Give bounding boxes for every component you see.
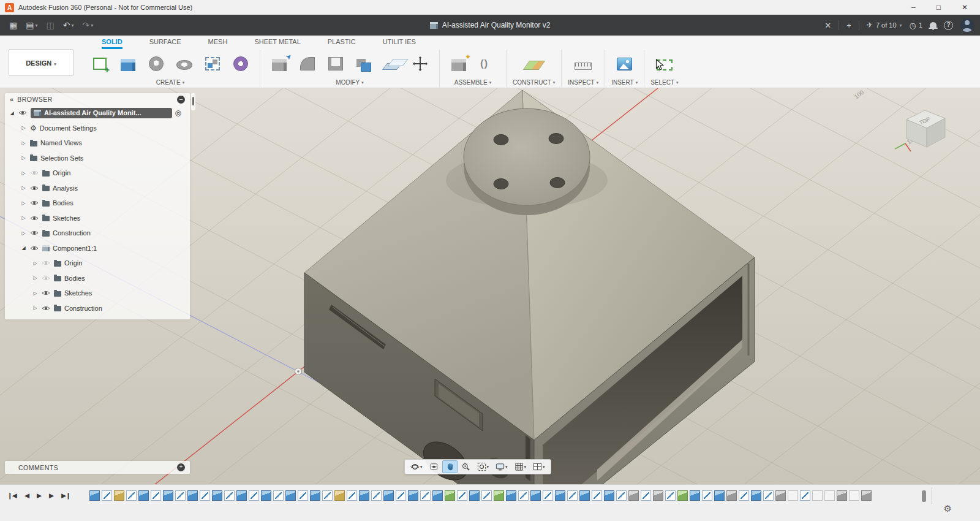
group-dropdown-insert[interactable]: INSERT▾	[611, 78, 638, 87]
orbit-button[interactable]: ▾	[407, 460, 426, 473]
job-status-button[interactable]: ✈ 7 of 10 ▾	[867, 21, 902, 29]
browser-minimize-icon[interactable]	[177, 96, 185, 104]
expand-arrow-icon[interactable]: ▷	[20, 155, 27, 161]
app-grid-button[interactable]: ▦	[6, 19, 20, 31]
browser-collapse-icon[interactable]: «	[10, 96, 13, 103]
expand-arrow-icon[interactable]: ◢	[20, 245, 27, 251]
timeline-feature-15-extrude[interactable]	[261, 490, 271, 501]
display-settings-button[interactable]: ▾	[492, 460, 511, 473]
save-button[interactable]: ◫	[43, 19, 57, 31]
expand-arrow-icon[interactable]: ▷	[32, 305, 39, 311]
tab-sheet-metal[interactable]: SHEET METAL	[254, 38, 300, 49]
redo-button[interactable]: ↷▾	[79, 19, 96, 31]
offset-plane-tool-button[interactable]	[379, 50, 405, 78]
insert-image-tool-button[interactable]	[612, 50, 638, 78]
timeline-feature-4-sketch[interactable]	[126, 490, 137, 501]
move-tool-button[interactable]	[407, 50, 433, 78]
skip-end-button[interactable]: ▶❙	[61, 492, 70, 499]
look-at-button[interactable]	[426, 460, 442, 473]
timeline-feature-14-sketch[interactable]	[249, 490, 259, 501]
fillet-tool-button[interactable]	[295, 50, 320, 78]
pan-hand-button[interactable]	[442, 460, 458, 473]
undo-button[interactable]: ↶▾	[60, 19, 77, 31]
viewports-button[interactable]: ▾	[530, 460, 548, 473]
visibility-eye-icon[interactable]	[30, 184, 39, 192]
joint-tool-button[interactable]	[474, 50, 500, 78]
cylinder-top-face[interactable]	[464, 108, 590, 205]
timeline-feature-56-sketch[interactable]	[763, 490, 774, 501]
browser-item-origin[interactable]: ▷Origin	[5, 256, 190, 271]
expand-arrow-icon[interactable]: ▷	[20, 185, 27, 191]
timeline-feature-7-extrude[interactable]	[163, 490, 173, 501]
timeline-feature-13-extrude[interactable]	[236, 490, 247, 501]
mount-hole[interactable]	[494, 135, 508, 145]
visibility-eye-icon[interactable]	[30, 229, 39, 237]
timeline-feature-21-gold[interactable]	[334, 490, 345, 501]
timeline-feature-11-extrude[interactable]	[212, 490, 222, 501]
visibility-eye-icon[interactable]	[30, 169, 39, 177]
timeline-feature-35-extrude[interactable]	[506, 490, 516, 501]
extrude-tool-button[interactable]	[115, 50, 141, 78]
timeline-feature-29-extrude[interactable]	[432, 490, 443, 501]
new-component-tool-button[interactable]	[446, 50, 472, 78]
tab-surface[interactable]: SURFACE	[149, 38, 181, 49]
browser-item-sketches[interactable]: ▷Sketches	[5, 286, 190, 301]
workspace-selector[interactable]: DESIGN▾	[9, 49, 74, 76]
coil-tool-button[interactable]	[228, 50, 254, 78]
expand-arrow-icon[interactable]: ▷	[32, 275, 39, 281]
mount-hole[interactable]	[494, 179, 508, 189]
timeline-feature-3-gold[interactable]	[114, 490, 124, 501]
group-dropdown-create[interactable]: CREATE▾	[87, 78, 254, 87]
timeline-feature-26-sketch[interactable]	[396, 490, 406, 501]
browser-item-sketches[interactable]: ▷Sketches	[5, 211, 190, 226]
timeline-feature-51-sketch[interactable]	[702, 490, 712, 501]
timeline-feature-30-green[interactable]	[445, 490, 455, 501]
tab-mesh[interactable]: MESH	[208, 38, 228, 49]
browser-item-construction[interactable]: ▷Construction	[5, 226, 190, 241]
timeline-feature-9-extrude[interactable]	[187, 490, 198, 501]
revolve-tool-button[interactable]	[143, 50, 169, 78]
expand-arrow-icon[interactable]: ▷	[20, 170, 27, 176]
construction-plane-tool-button[interactable]	[521, 50, 547, 78]
select-tool-button[interactable]	[652, 50, 677, 78]
timeline-feature-57-gray[interactable]	[775, 490, 786, 501]
visibility-eye-icon[interactable]	[30, 214, 39, 222]
timeline-feature-20-sketch[interactable]	[322, 490, 333, 501]
timeline-feature-46-sketch[interactable]	[641, 490, 651, 501]
browser-item-analysis[interactable]: ▷Analysis	[5, 181, 190, 196]
pattern-tool-button[interactable]	[200, 50, 225, 78]
close-tab-button[interactable]: ✕	[824, 21, 831, 30]
maximize-button[interactable]: □	[937, 3, 941, 12]
help-button[interactable]	[944, 21, 953, 30]
zoom-fit-button[interactable]: ▾	[474, 460, 492, 473]
timeline-feature-41-extrude[interactable]	[579, 490, 590, 501]
notifications-bell-icon[interactable]	[930, 22, 937, 28]
viewcube[interactable]: TOP	[895, 110, 945, 151]
timeline-feature-38-sketch[interactable]	[543, 490, 553, 501]
expand-arrow-icon[interactable]: ▷	[20, 230, 27, 236]
browser-item-bodies[interactable]: ▷Bodies	[5, 196, 190, 211]
measure-tool-button[interactable]	[570, 50, 596, 78]
timeline-feature-50-extrude[interactable]	[690, 490, 700, 501]
browser-item-document-settings[interactable]: ▷⚙Document Settings	[5, 121, 190, 136]
timeline-feature-61-ghost[interactable]	[824, 490, 835, 501]
timeline-feature-52-extrude[interactable]	[714, 490, 725, 501]
timeline-feature-55-extrude[interactable]	[751, 490, 761, 501]
skip-start-button[interactable]: ❙◀	[7, 492, 17, 499]
zoom-button[interactable]	[458, 460, 473, 473]
group-dropdown-modify[interactable]: MODIFY▾	[266, 78, 433, 87]
close-button[interactable]: ✕	[962, 3, 968, 12]
model-3d[interactable]	[304, 90, 755, 484]
step-back-button[interactable]: ◀	[24, 492, 29, 499]
visibility-eye-icon[interactable]	[42, 259, 51, 267]
shell-tool-button[interactable]	[323, 50, 349, 78]
timeline-feature-59-sketch[interactable]	[800, 490, 810, 501]
tab-solid[interactable]: SOLID	[102, 38, 123, 49]
add-tab-button[interactable]: +	[846, 21, 851, 30]
create-sketch-tool-button[interactable]	[87, 50, 113, 78]
expand-arrow-icon[interactable]: ▷	[32, 291, 39, 296]
timeline-scroll-handle[interactable]	[922, 490, 926, 502]
extension-timer-button[interactable]: ◷ 1	[910, 21, 922, 30]
group-dropdown-select[interactable]: SELECT▾	[650, 78, 678, 87]
play-button[interactable]: ▶	[37, 492, 41, 499]
